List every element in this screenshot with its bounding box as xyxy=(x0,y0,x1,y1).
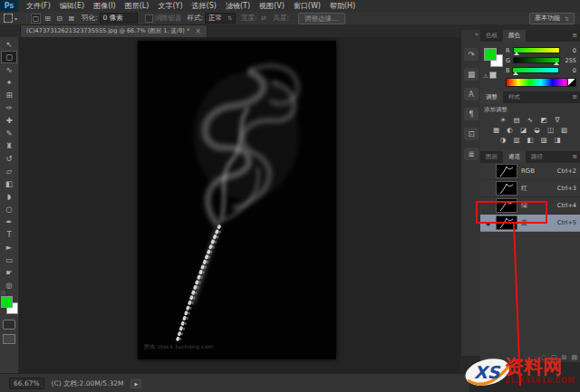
workspace-switcher[interactable]: 基本功能 ⇅ xyxy=(529,13,575,24)
menu-image[interactable]: 图像(I) xyxy=(89,1,121,11)
canvas-area[interactable]: 图虫 stock.tuchong.com xyxy=(19,37,460,373)
refine-edge-button[interactable]: 调整边缘… xyxy=(298,13,345,24)
color-balance-icon[interactable]: ◐ xyxy=(505,126,515,135)
menu-edit[interactable]: 编辑(E) xyxy=(55,1,89,11)
tab-styles[interactable]: 样式 xyxy=(503,91,526,103)
notes-panel-icon[interactable]: ≣ xyxy=(464,148,478,160)
path-selection-tool[interactable]: ► xyxy=(1,241,17,253)
tools-panel: ↖ ▢ ∿ ✦ ⊞ ✑ ✚ ✎ ♜ ↺ ▱ ◧ ◗ ○ ✒ T ► ▭ ☛ ◎ … xyxy=(0,37,19,374)
pen-tool[interactable]: ✒ xyxy=(1,215,17,228)
invert-icon[interactable]: ◑ xyxy=(498,136,508,145)
move-tool[interactable]: ↖ xyxy=(1,38,17,51)
dodge-tool[interactable]: ○ xyxy=(1,203,17,215)
color-lookup-icon[interactable]: ▧ xyxy=(559,126,569,135)
channel-row-blue[interactable]: ◉ 蓝 Ctrl+5 xyxy=(480,215,580,232)
selective-color-icon[interactable]: ◨ xyxy=(553,136,563,145)
bw-ramp-end[interactable] xyxy=(567,78,576,87)
menu-help[interactable]: 帮助(H) xyxy=(325,1,360,11)
channel-row-green[interactable]: 绿 Ctrl+4 xyxy=(480,197,580,215)
history-brush-tool[interactable]: ↺ xyxy=(1,152,17,165)
panel-menu-icon[interactable]: ≡ xyxy=(572,30,580,42)
tab-color[interactable]: 颜色 xyxy=(503,30,526,42)
gradient-map-icon[interactable]: ▨ xyxy=(539,136,549,145)
smoke-photo[interactable]: 图虫 stock.tuchong.com xyxy=(138,41,336,359)
photo-filter-icon[interactable]: ◒ xyxy=(532,126,542,135)
menu-type[interactable]: 文字(Y) xyxy=(153,1,187,11)
gamut-warning-icon[interactable]: ⚠ xyxy=(483,72,488,79)
exposure-icon[interactable]: ◩ xyxy=(539,116,549,125)
black-white-icon[interactable]: ◪ xyxy=(518,126,528,135)
vibrance-icon[interactable]: ∇ xyxy=(553,116,563,125)
type-tool[interactable]: T xyxy=(1,228,17,241)
zoom-level-field[interactable]: 66.67% xyxy=(9,378,44,389)
brush-tool[interactable]: ✎ xyxy=(1,127,17,139)
visibility-eye-icon[interactable]: ◉ xyxy=(484,220,492,226)
eyedropper-tool[interactable]: ✑ xyxy=(1,101,17,114)
intersect-selection-icon[interactable]: ⊠ xyxy=(66,14,76,24)
levels-icon[interactable]: ▤ xyxy=(512,116,522,125)
red-value[interactable]: 0 xyxy=(563,47,576,54)
panel-menu-icon[interactable]: ≡ xyxy=(572,91,580,103)
channel-row-rgb[interactable]: RGB Ctrl+2 xyxy=(480,163,580,180)
foreground-color-swatch[interactable] xyxy=(484,48,497,61)
menu-file[interactable]: 文件(F) xyxy=(22,1,55,11)
blue-value[interactable]: 0 xyxy=(562,67,576,74)
crop-tool[interactable]: ⊞ xyxy=(1,89,17,101)
red-slider[interactable] xyxy=(513,47,560,53)
default-colors-icon[interactable]: ◳ xyxy=(1,290,5,295)
status-expand-icon[interactable]: ▶ xyxy=(130,379,141,388)
menu-window[interactable]: 窗口(W) xyxy=(289,1,325,11)
green-slider[interactable] xyxy=(513,57,560,63)
color-spectrum-ramp[interactable] xyxy=(506,78,576,87)
blur-tool[interactable]: ◗ xyxy=(1,190,17,203)
hand-tool[interactable]: ☛ xyxy=(1,266,17,279)
shape-tool[interactable]: ▭ xyxy=(1,253,17,266)
lasso-tool[interactable]: ∿ xyxy=(1,63,17,76)
channel-row-red[interactable]: 红 Ctrl+3 xyxy=(480,180,580,197)
tab-adjustments[interactable]: 调整 xyxy=(480,91,503,103)
eraser-tool[interactable]: ▱ xyxy=(1,165,17,177)
paragraph-panel-icon[interactable]: ¶ xyxy=(464,108,478,120)
blue-slider[interactable] xyxy=(512,67,559,73)
tab-channels[interactable]: 通道 xyxy=(503,151,526,163)
close-tab-icon[interactable]: × xyxy=(195,27,201,35)
tool-preset-picker[interactable]: ▾ xyxy=(4,14,17,23)
foreground-color-swatch[interactable] xyxy=(1,296,13,308)
threshold-icon[interactable]: ◧ xyxy=(526,136,536,145)
expand-panels-icon[interactable]: « xyxy=(461,30,481,41)
screen-mode-button[interactable] xyxy=(3,334,15,344)
new-selection-icon[interactable]: ▢ xyxy=(31,14,41,24)
channel-mixer-icon[interactable]: ◫ xyxy=(546,126,556,135)
character-panel-icon[interactable]: A xyxy=(464,88,478,100)
curves-icon[interactable]: ∿ xyxy=(526,116,536,125)
web-safe-color-icon[interactable] xyxy=(489,72,497,79)
menu-filter[interactable]: 滤镜(T) xyxy=(221,1,255,11)
green-value[interactable]: 255 xyxy=(563,57,576,64)
quick-selection-tool[interactable]: ✦ xyxy=(1,76,17,89)
document-tab[interactable]: (C)4737312621323735555.jpg @ 66.7% (图层 1… xyxy=(20,24,208,37)
hue-saturation-icon[interactable]: ▦ xyxy=(491,126,501,135)
menu-view[interactable]: 视图(V) xyxy=(255,1,289,11)
tab-swatches[interactable]: 色板 xyxy=(480,30,503,42)
clone-stamp-tool[interactable]: ♜ xyxy=(1,139,17,152)
antialias-checkbox[interactable] xyxy=(145,14,153,23)
subtract-from-selection-icon[interactable]: ⊟ xyxy=(54,14,64,24)
menu-layer[interactable]: 图层(L) xyxy=(121,1,154,11)
tab-layers[interactable]: 图层 xyxy=(480,151,503,163)
brightness-contrast-icon[interactable]: ☀ xyxy=(498,116,508,125)
navigator-panel-icon[interactable]: ▦ xyxy=(464,68,478,81)
feather-input[interactable]: 0 像素 xyxy=(100,13,138,24)
healing-brush-tool[interactable]: ✚ xyxy=(1,114,17,127)
history-panel-icon[interactable]: ↷ xyxy=(464,48,478,61)
menu-select[interactable]: 选择(S) xyxy=(188,1,221,11)
posterize-icon[interactable]: ▥ xyxy=(512,136,522,145)
tab-paths[interactable]: 路径 xyxy=(526,151,548,163)
quick-mask-button[interactable] xyxy=(3,320,15,330)
rectangular-marquee-tool[interactable]: ▢ xyxy=(1,51,17,63)
info-panel-icon[interactable]: ⊡ xyxy=(464,128,478,140)
panel-menu-icon[interactable]: ≡ xyxy=(572,151,580,163)
swap-dimensions-icon[interactable]: ⇄ xyxy=(261,14,266,22)
style-select[interactable]: 正常 ⇅ xyxy=(205,13,236,24)
gradient-tool[interactable]: ◧ xyxy=(1,177,17,190)
add-to-selection-icon[interactable]: ⊞ xyxy=(43,14,53,24)
